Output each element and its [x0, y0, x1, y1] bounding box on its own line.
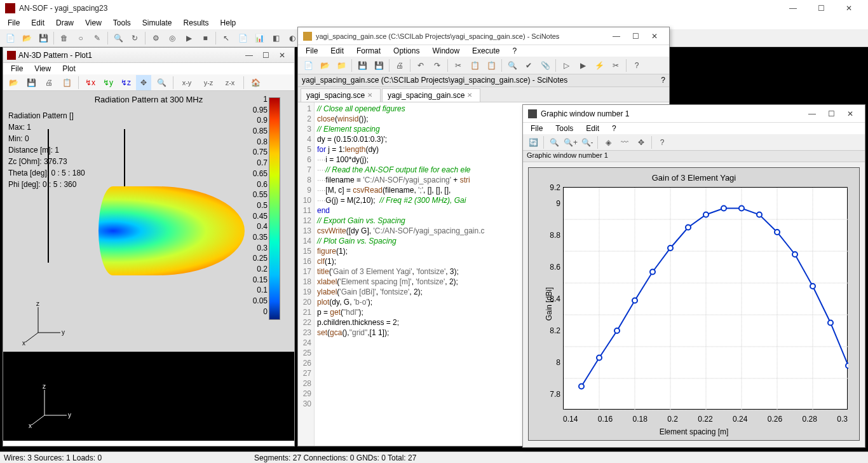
menu-view[interactable]: View: [80, 17, 107, 29]
rotate-icon[interactable]: ✥: [136, 75, 151, 90]
save-icon[interactable]: 💾: [24, 75, 39, 90]
menu-file[interactable]: File: [301, 45, 323, 57]
help-icon[interactable]: ?: [654, 135, 670, 150]
cut-icon[interactable]: ✂: [451, 58, 466, 73]
curve-icon[interactable]: 〰: [617, 135, 632, 150]
menu-window[interactable]: Window: [427, 45, 465, 57]
menu-edit[interactable]: Edit: [581, 123, 604, 134]
menu-file[interactable]: File: [6, 63, 28, 74]
new-file-icon[interactable]: 📄: [3, 31, 18, 46]
menu-tools[interactable]: Tools: [108, 17, 136, 29]
menu-options[interactable]: Options: [388, 45, 424, 57]
menu-plot[interactable]: Plot: [57, 63, 81, 74]
insert-icon[interactable]: 📎: [538, 58, 553, 73]
saveall-icon[interactable]: 💾: [371, 58, 386, 73]
tab-close-icon[interactable]: ✕: [467, 92, 475, 99]
print-icon[interactable]: 🖨: [392, 58, 407, 73]
menu-file[interactable]: File: [3, 17, 25, 29]
print-icon[interactable]: 🖨: [41, 75, 57, 90]
code-tab[interactable]: yagi_spacing_gain.sce✕: [382, 88, 480, 102]
menu-execute[interactable]: Execute: [467, 45, 505, 57]
plot-region[interactable]: [563, 187, 848, 410]
minimize-button[interactable]: —: [241, 49, 257, 62]
target-icon[interactable]: ◎: [165, 31, 180, 46]
open-icon[interactable]: 📂: [6, 75, 21, 90]
edit-icon[interactable]: ✎: [90, 31, 105, 46]
find-icon[interactable]: 🔍: [505, 58, 520, 73]
open-icon[interactable]: 📂: [317, 58, 332, 73]
menu-format[interactable]: Format: [351, 45, 386, 57]
menu-edit[interactable]: Edit: [26, 17, 50, 29]
menu-?[interactable]: ?: [507, 45, 522, 57]
tools-icon[interactable]: ✂: [608, 58, 623, 73]
plot3d-canvas[interactable]: Radiation Pattern at 300 MHz Radiation P…: [3, 91, 294, 352]
plot3d-window[interactable]: AN-3D Pattern - Plot1 — ☐ ✕ FileViewPlot…: [3, 47, 295, 446]
help-icon[interactable]: ?: [629, 58, 644, 73]
open-icon[interactable]: 📂: [19, 31, 34, 46]
copy-icon[interactable]: 📋: [467, 58, 482, 73]
home-icon[interactable]: 🏠: [248, 75, 263, 90]
chart-area[interactable]: Gain of 3 Element Yagi Gain [dBi] Elemen…: [528, 167, 860, 441]
stop-icon[interactable]: ■: [198, 31, 213, 46]
chart-icon[interactable]: 📊: [252, 31, 267, 46]
zoom-in-icon[interactable]: 🔍+: [563, 135, 578, 150]
close-button[interactable]: ✕: [274, 49, 290, 62]
main-titlebar[interactable]: AN-SOF - yagi_spacing23 — ☐ ✕: [0, 0, 868, 17]
menu-?[interactable]: ?: [607, 123, 621, 134]
exec-icon[interactable]: ⚡: [592, 58, 607, 73]
open2-icon[interactable]: 📁: [334, 58, 349, 73]
code-tab[interactable]: yagi_spacing.sce✕: [301, 88, 381, 102]
plot3d-titlebar[interactable]: AN-3D Pattern - Plot1 — ☐ ✕: [3, 48, 294, 63]
find-icon[interactable]: 🔍: [111, 31, 126, 46]
maximize-button[interactable]: ☐: [807, 0, 835, 17]
view-xy-button[interactable]: x-y: [177, 75, 196, 90]
save-icon[interactable]: 💾: [36, 31, 51, 46]
view-yz-button[interactable]: y-z: [199, 75, 218, 90]
menu-draw[interactable]: Draw: [51, 17, 79, 29]
tab-close-icon[interactable]: ✕: [367, 92, 375, 99]
rotate-icon[interactable]: 🔄: [526, 135, 541, 150]
menu-file[interactable]: File: [526, 123, 548, 134]
undo-icon[interactable]: ↶: [413, 58, 428, 73]
play-file-icon[interactable]: ▶: [575, 58, 590, 73]
close-button[interactable]: ✕: [841, 107, 860, 121]
check-icon[interactable]: ✔: [521, 58, 536, 73]
close-button[interactable]: ✕: [645, 29, 664, 43]
scinotes-titlebar[interactable]: yagi_spacing_gain.sce (C:\SCILab Project…: [298, 27, 669, 45]
menu-edit[interactable]: Edit: [325, 45, 349, 57]
cube-icon[interactable]: ◧: [268, 31, 283, 46]
paste-icon[interactable]: 📋: [484, 58, 499, 73]
delete-icon[interactable]: 🗑: [57, 31, 72, 46]
play-icon[interactable]: ▷: [559, 58, 574, 73]
new-icon[interactable]: 📄: [301, 58, 316, 73]
close-button[interactable]: ✕: [835, 0, 863, 17]
menu-tools[interactable]: Tools: [550, 123, 578, 134]
maximize-button[interactable]: ☐: [257, 49, 274, 62]
graphic-window[interactable]: Graphic window number 1 — ☐ ✕ FileToolsE…: [522, 104, 865, 448]
datatip-icon[interactable]: ◈: [600, 135, 616, 150]
axis-y-icon[interactable]: ↯y: [100, 75, 116, 90]
move-icon[interactable]: ✥: [634, 135, 649, 150]
maximize-button[interactable]: ☐: [626, 29, 645, 43]
menu-help[interactable]: Help: [215, 17, 241, 29]
minimize-button[interactable]: —: [803, 107, 822, 121]
refresh-icon[interactable]: ↻: [127, 31, 142, 46]
copy-icon[interactable]: 📋: [59, 75, 74, 90]
arrow-icon[interactable]: ↖: [219, 31, 234, 46]
minimize-button[interactable]: —: [779, 0, 807, 17]
view-zx-button[interactable]: z-x: [220, 75, 240, 90]
run-icon[interactable]: ▶: [181, 31, 196, 46]
graph-titlebar[interactable]: Graphic window number 1 — ☐ ✕: [523, 105, 865, 123]
doc-icon[interactable]: 📄: [235, 31, 250, 46]
menu-simulate[interactable]: Simulate: [137, 17, 177, 29]
zoom-icon[interactable]: 🔍: [546, 135, 562, 150]
maximize-button[interactable]: ☐: [822, 107, 841, 121]
menu-results[interactable]: Results: [179, 17, 214, 29]
axis-z-icon[interactable]: ↯z: [118, 75, 133, 90]
help-icon[interactable]: ?: [661, 76, 665, 85]
menu-view[interactable]: View: [29, 63, 56, 74]
save-icon[interactable]: 💾: [355, 58, 370, 73]
zoom-out-icon[interactable]: 🔍-: [580, 135, 595, 150]
tool-icon[interactable]: ○: [73, 31, 88, 46]
minimize-button[interactable]: —: [607, 29, 626, 43]
